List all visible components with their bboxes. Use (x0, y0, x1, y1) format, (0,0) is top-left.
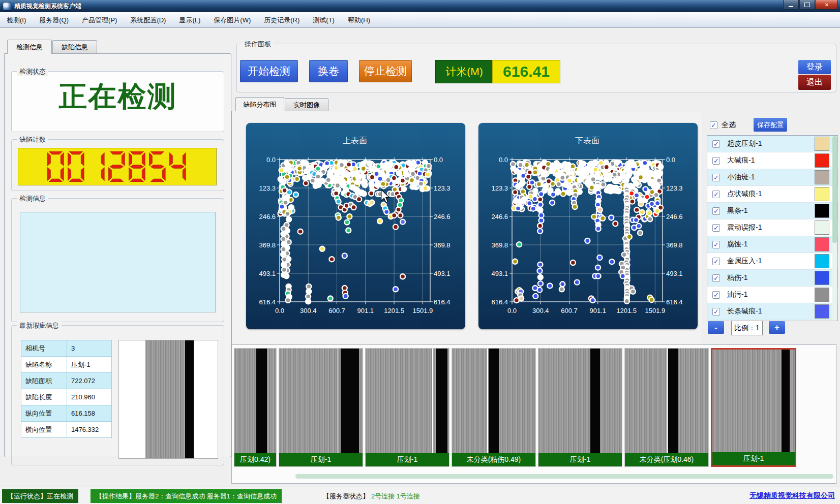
tab-detect-info[interactable]: 检测信息 (7, 40, 52, 54)
legend-scroll-thumb[interactable] (832, 136, 837, 243)
legend-checkbox[interactable]: ✓ (712, 274, 720, 282)
legend-item-8[interactable]: ✓粘伤-1 (707, 270, 837, 287)
legend-checkbox[interactable]: ✓ (712, 174, 720, 181)
svg-text:0.0: 0.0 (434, 156, 443, 164)
stop-detect-button[interactable]: 停止检测 (359, 60, 412, 82)
left-panel: 检测信息 缺陷信息 检测状态 正在检测 缺陷计数 检测信息 最新瑕疵信息 相机号… (4, 40, 231, 457)
detect-info-box (20, 212, 216, 312)
legend-color-swatch (815, 204, 829, 218)
status-bar: 【运行状态】正在检测 【操作结果】服务器2：查询信息成功 服务器1：查询信息成功… (0, 487, 840, 504)
legend-checkbox[interactable]: ✓ (712, 207, 720, 215)
legend-checkbox[interactable]: ✓ (712, 157, 720, 165)
company-link[interactable]: 无锡精质视觉科技有限公司 (749, 491, 835, 500)
menu-item-6[interactable]: 历史记录(R) (257, 12, 306, 27)
defect-counter-display (18, 148, 217, 185)
server-state-value: 2号连接 1号连接 (371, 492, 420, 501)
server-state-status: 【服务器状态】 2号连接 1号连接 (318, 489, 425, 503)
change-roll-button[interactable]: 换卷 (309, 60, 348, 82)
legend-color-swatch (815, 137, 829, 151)
logout-button[interactable]: 退出 (798, 75, 831, 90)
save-config-button[interactable]: 保存配置 (754, 118, 787, 132)
legend-checkbox[interactable]: ✓ (712, 241, 720, 248)
thumbnail-image (712, 350, 795, 452)
maximize-button[interactable] (799, 0, 815, 10)
legend-item-1[interactable]: ✓大碱痕-1 (707, 152, 837, 169)
menu-item-5[interactable]: 保存图片(W) (207, 12, 257, 27)
latest-defect-title: 最新瑕疵信息 (17, 321, 62, 330)
thumbnail-2[interactable]: 压划-1 (365, 348, 449, 467)
legend-item-7[interactable]: ✓金属压入-1 (707, 253, 837, 270)
scale-minus-button[interactable]: - (708, 321, 724, 334)
thumbnail-image (366, 349, 449, 453)
svg-text:上表面: 上表面 (343, 136, 367, 145)
thumbnail-label: 压划-1 (366, 453, 449, 466)
thumbnail-5[interactable]: 未分类(压划0.46) (624, 348, 709, 467)
legend-color-swatch (815, 220, 829, 235)
svg-text:369.8: 369.8 (259, 241, 276, 249)
run-state-status: 【运行状态】正在检测 (2, 489, 78, 503)
thumbnail-image (538, 349, 622, 453)
menu-item-1[interactable]: 服务器(Q) (33, 12, 75, 27)
menu-item-7[interactable]: 测试(T) (306, 12, 341, 27)
scale-plus-button[interactable]: + (769, 321, 785, 334)
server-state-label: 【服务器状态】 (323, 492, 369, 501)
legend-scrollbar[interactable] (832, 136, 837, 320)
legend-checkbox[interactable]: ✓ (712, 291, 720, 299)
legend-item-2[interactable]: ✓小油斑-1 (707, 169, 837, 186)
maximize-icon (804, 3, 810, 7)
legend-item-9[interactable]: ✓油污-1 (707, 287, 837, 303)
svg-text:493.1: 493.1 (491, 270, 508, 277)
legend-color-swatch (815, 254, 829, 268)
legend-checkbox[interactable]: ✓ (712, 224, 720, 232)
svg-text:493.1: 493.1 (259, 270, 276, 277)
svg-text:246.6: 246.6 (491, 213, 508, 220)
menu-item-4[interactable]: 显示(L) (172, 12, 207, 27)
select-all-checkbox[interactable]: ✓ (710, 121, 717, 129)
legend-label: 点状碱痕-1 (727, 190, 815, 199)
close-button[interactable]: ✕ (816, 0, 838, 10)
tab-defect-info[interactable]: 缺陷信息 (52, 40, 97, 53)
thumbnail-4[interactable]: 压划-1 (538, 348, 622, 467)
svg-text:0.0: 0.0 (499, 156, 508, 164)
scatter-bottom-surface: 下表面0.00.0123.3123.3246.6246.6369.8369.84… (478, 123, 698, 329)
thumbnail-strip: 压划0.42)压划-1压划-1未分类(粘伤0.49)压划-1未分类(压划0.46… (231, 344, 836, 484)
legend-item-6[interactable]: ✓腐蚀-1 (707, 236, 837, 253)
meter-value: 616.41 (492, 60, 560, 83)
table-row: 横向位置1476.332 (21, 422, 112, 438)
svg-text:616.4: 616.4 (666, 298, 683, 306)
legend-item-3[interactable]: ✓点状碱痕-1 (707, 186, 837, 203)
menu-item-2[interactable]: 产品管理(P) (75, 12, 124, 27)
legend-item-0[interactable]: ✓起皮压划-1 (707, 136, 837, 152)
svg-text:616.4: 616.4 (491, 298, 508, 306)
start-detect-button[interactable]: 开始检测 (240, 60, 298, 82)
legend-item-4[interactable]: ✓黑条-1 (707, 203, 837, 219)
detect-status-group: 检测状态 正在检测 (11, 71, 224, 132)
thumbnail-label: 压划-1 (279, 453, 363, 466)
app-icon (3, 3, 11, 10)
menu-item-8[interactable]: 帮助(H) (341, 12, 377, 27)
legend-checkbox[interactable]: ✓ (712, 140, 720, 148)
thumbnail-1[interactable]: 压划-1 (279, 348, 363, 467)
svg-text:300.4: 300.4 (300, 307, 317, 314)
row-value: 616.158 (67, 405, 112, 422)
menu-bar: 检测(I)服务器(Q)产品管理(P)系统配置(D)显示(L)保存图片(W)历史记… (0, 12, 840, 28)
svg-text:0.0: 0.0 (266, 156, 276, 164)
menu-item-0[interactable]: 检测(I) (0, 12, 33, 27)
thumbnail-label: 压划-1 (712, 452, 795, 465)
menu-item-3[interactable]: 系统配置(D) (124, 12, 172, 27)
legend-checkbox[interactable]: ✓ (712, 258, 720, 265)
legend-checkbox[interactable]: ✓ (712, 191, 720, 198)
legend-item-10[interactable]: ✓长条碱痕-1 (707, 303, 837, 320)
legend-item-5[interactable]: ✓震动误报-1 (707, 219, 837, 236)
thumbnail-6[interactable]: 压划-1 (711, 348, 796, 467)
tab-live-image[interactable]: 实时图像 (285, 98, 328, 111)
login-button[interactable]: 登录 (798, 60, 831, 74)
thumbnail-0[interactable]: 压划0.42) (234, 348, 277, 467)
legend-color-swatch (815, 187, 829, 201)
legend-checkbox[interactable]: ✓ (712, 308, 720, 316)
thumbnail-image (234, 349, 276, 453)
thumbnail-scrollbar[interactable] (295, 474, 833, 479)
minimize-button[interactable] (783, 0, 799, 10)
tab-defect-map[interactable]: 缺陷分布图 (235, 97, 284, 111)
thumbnail-3[interactable]: 未分类(粘伤0.49) (452, 348, 536, 467)
